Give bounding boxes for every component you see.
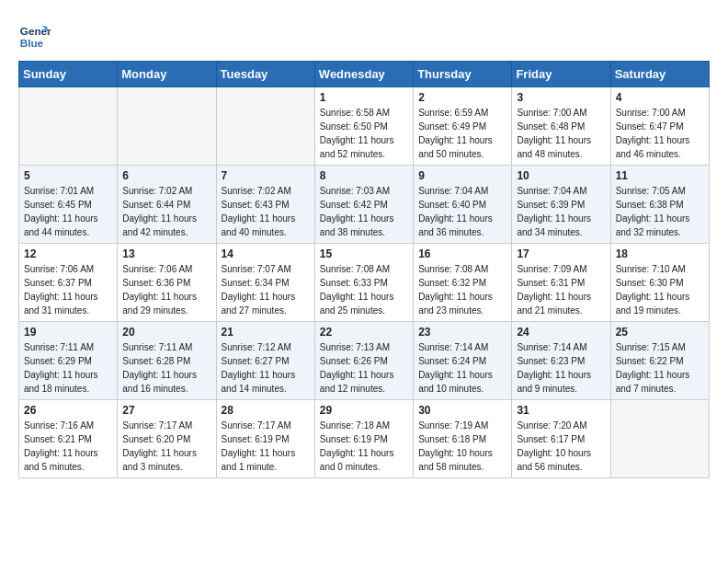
svg-text:Blue: Blue	[20, 37, 44, 49]
calendar-cell: 30Sunrise: 7:19 AMSunset: 6:18 PMDayligh…	[414, 400, 512, 478]
day-number: 17	[517, 247, 605, 260]
calendar-cell: 14Sunrise: 7:07 AMSunset: 6:34 PMDayligh…	[216, 244, 314, 322]
day-info: Sunrise: 7:11 AMSunset: 6:28 PMDaylight:…	[122, 340, 210, 396]
day-info: Sunrise: 7:04 AMSunset: 6:39 PMDaylight:…	[517, 184, 605, 239]
day-number: 7	[222, 169, 310, 182]
calendar-cell	[610, 400, 709, 478]
day-info: Sunrise: 7:15 AMSunset: 6:22 PMDaylight:…	[616, 340, 704, 396]
calendar-cell: 7Sunrise: 7:02 AMSunset: 6:43 PMDaylight…	[216, 166, 314, 244]
day-number: 5	[24, 169, 112, 182]
day-number: 21	[222, 326, 310, 339]
day-info: Sunrise: 7:01 AMSunset: 6:45 PMDaylight:…	[24, 184, 112, 239]
logo-icon: General Blue	[18, 18, 51, 52]
calendar-cell: 10Sunrise: 7:04 AMSunset: 6:39 PMDayligh…	[512, 166, 610, 244]
day-info: Sunrise: 6:58 AMSunset: 6:50 PMDaylight:…	[320, 106, 408, 161]
day-info: Sunrise: 7:11 AMSunset: 6:29 PMDaylight:…	[24, 340, 112, 396]
calendar-cell: 28Sunrise: 7:17 AMSunset: 6:19 PMDayligh…	[216, 400, 314, 478]
calendar-cell: 18Sunrise: 7:10 AMSunset: 6:30 PMDayligh…	[610, 244, 709, 322]
day-info: Sunrise: 7:02 AMSunset: 6:44 PMDaylight:…	[122, 184, 210, 239]
day-number: 13	[122, 247, 210, 260]
col-header-saturday: Saturday	[610, 62, 709, 87]
day-number: 22	[320, 326, 408, 339]
day-number: 6	[122, 169, 210, 182]
calendar-cell: 20Sunrise: 7:11 AMSunset: 6:28 PMDayligh…	[118, 322, 216, 400]
day-number: 26	[24, 404, 112, 417]
calendar-cell: 3Sunrise: 7:00 AMSunset: 6:48 PMDaylight…	[512, 87, 610, 166]
col-header-thursday: Thursday	[414, 62, 512, 87]
calendar-cell: 1Sunrise: 6:58 AMSunset: 6:50 PMDaylight…	[314, 87, 413, 166]
day-number: 30	[418, 404, 506, 417]
calendar-cell: 11Sunrise: 7:05 AMSunset: 6:38 PMDayligh…	[610, 166, 709, 244]
calendar-cell: 29Sunrise: 7:18 AMSunset: 6:19 PMDayligh…	[314, 400, 413, 478]
day-number: 16	[418, 247, 506, 260]
day-info: Sunrise: 7:20 AMSunset: 6:17 PMDaylight:…	[517, 419, 605, 474]
day-info: Sunrise: 7:02 AMSunset: 6:43 PMDaylight:…	[222, 184, 310, 239]
day-number: 27	[122, 404, 210, 417]
day-number: 19	[24, 326, 112, 339]
calendar-cell: 6Sunrise: 7:02 AMSunset: 6:44 PMDaylight…	[118, 166, 216, 244]
calendar-cell: 13Sunrise: 7:06 AMSunset: 6:36 PMDayligh…	[118, 244, 216, 322]
calendar-cell: 21Sunrise: 7:12 AMSunset: 6:27 PMDayligh…	[216, 322, 314, 400]
day-info: Sunrise: 7:17 AMSunset: 6:20 PMDaylight:…	[122, 419, 210, 474]
logo: General Blue	[18, 18, 55, 52]
page-header: General Blue	[18, 18, 710, 52]
col-header-friday: Friday	[512, 62, 610, 87]
day-number: 18	[616, 247, 704, 260]
col-header-sunday: Sunday	[19, 62, 118, 87]
calendar-cell: 4Sunrise: 7:00 AMSunset: 6:47 PMDaylight…	[610, 87, 709, 166]
day-number: 2	[418, 91, 506, 104]
day-info: Sunrise: 7:10 AMSunset: 6:30 PMDaylight:…	[616, 262, 704, 317]
calendar-cell	[216, 87, 314, 166]
day-info: Sunrise: 7:05 AMSunset: 6:38 PMDaylight:…	[616, 184, 704, 239]
col-header-tuesday: Tuesday	[216, 62, 314, 87]
day-number: 14	[222, 247, 310, 260]
day-info: Sunrise: 6:59 AMSunset: 6:49 PMDaylight:…	[418, 106, 506, 161]
day-number: 31	[517, 404, 605, 417]
calendar-cell: 12Sunrise: 7:06 AMSunset: 6:37 PMDayligh…	[19, 244, 118, 322]
day-number: 11	[616, 169, 704, 182]
calendar-cell: 2Sunrise: 6:59 AMSunset: 6:49 PMDaylight…	[414, 87, 512, 166]
calendar-cell: 26Sunrise: 7:16 AMSunset: 6:21 PMDayligh…	[19, 400, 118, 478]
svg-text:General: General	[20, 25, 51, 37]
day-number: 28	[222, 404, 310, 417]
day-info: Sunrise: 7:19 AMSunset: 6:18 PMDaylight:…	[418, 419, 506, 474]
calendar-cell: 25Sunrise: 7:15 AMSunset: 6:22 PMDayligh…	[610, 322, 709, 400]
day-number: 3	[517, 91, 605, 104]
day-number: 15	[320, 247, 408, 260]
day-info: Sunrise: 7:14 AMSunset: 6:24 PMDaylight:…	[418, 340, 506, 396]
day-number: 24	[517, 326, 605, 339]
day-info: Sunrise: 7:18 AMSunset: 6:19 PMDaylight:…	[320, 419, 408, 474]
day-info: Sunrise: 7:00 AMSunset: 6:48 PMDaylight:…	[517, 106, 605, 161]
calendar-cell: 22Sunrise: 7:13 AMSunset: 6:26 PMDayligh…	[314, 322, 413, 400]
calendar-cell: 19Sunrise: 7:11 AMSunset: 6:29 PMDayligh…	[19, 322, 118, 400]
day-info: Sunrise: 7:14 AMSunset: 6:23 PMDaylight:…	[517, 340, 605, 396]
day-info: Sunrise: 7:08 AMSunset: 6:33 PMDaylight:…	[320, 262, 408, 317]
calendar-cell: 8Sunrise: 7:03 AMSunset: 6:42 PMDaylight…	[314, 166, 413, 244]
calendar-cell: 9Sunrise: 7:04 AMSunset: 6:40 PMDaylight…	[414, 166, 512, 244]
day-number: 10	[517, 169, 605, 182]
calendar-cell	[19, 87, 118, 166]
day-info: Sunrise: 7:08 AMSunset: 6:32 PMDaylight:…	[418, 262, 506, 317]
col-header-wednesday: Wednesday	[314, 62, 413, 87]
day-info: Sunrise: 7:17 AMSunset: 6:19 PMDaylight:…	[222, 419, 310, 474]
col-header-monday: Monday	[118, 62, 216, 87]
day-number: 4	[616, 91, 704, 104]
calendar-cell: 23Sunrise: 7:14 AMSunset: 6:24 PMDayligh…	[414, 322, 512, 400]
calendar-cell: 31Sunrise: 7:20 AMSunset: 6:17 PMDayligh…	[512, 400, 610, 478]
day-info: Sunrise: 7:16 AMSunset: 6:21 PMDaylight:…	[24, 419, 112, 474]
day-info: Sunrise: 7:09 AMSunset: 6:31 PMDaylight:…	[517, 262, 605, 317]
day-info: Sunrise: 7:07 AMSunset: 6:34 PMDaylight:…	[222, 262, 310, 317]
calendar-cell	[118, 87, 216, 166]
day-number: 8	[320, 169, 408, 182]
calendar-cell: 27Sunrise: 7:17 AMSunset: 6:20 PMDayligh…	[118, 400, 216, 478]
day-info: Sunrise: 7:00 AMSunset: 6:47 PMDaylight:…	[616, 106, 704, 161]
day-number: 9	[418, 169, 506, 182]
day-info: Sunrise: 7:12 AMSunset: 6:27 PMDaylight:…	[222, 340, 310, 396]
calendar-cell: 17Sunrise: 7:09 AMSunset: 6:31 PMDayligh…	[512, 244, 610, 322]
calendar-cell: 16Sunrise: 7:08 AMSunset: 6:32 PMDayligh…	[414, 244, 512, 322]
day-number: 1	[320, 91, 408, 104]
day-info: Sunrise: 7:06 AMSunset: 6:37 PMDaylight:…	[24, 262, 112, 317]
day-number: 20	[122, 326, 210, 339]
day-info: Sunrise: 7:04 AMSunset: 6:40 PMDaylight:…	[418, 184, 506, 239]
calendar-table: SundayMondayTuesdayWednesdayThursdayFrid…	[18, 61, 710, 478]
